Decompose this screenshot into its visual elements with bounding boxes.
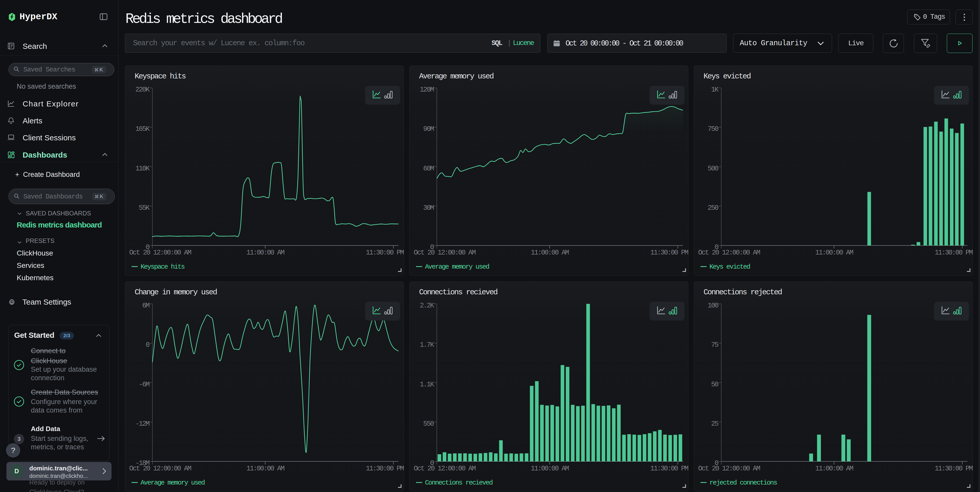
svg-text:100: 100 <box>708 302 718 309</box>
svg-text:Keyspace hits: Keyspace hits <box>140 263 185 271</box>
svg-text:Keyspace hits: Keyspace hits <box>135 72 186 81</box>
svg-text:1.7K: 1.7K <box>420 341 434 349</box>
svg-text:90M: 90M <box>423 125 434 133</box>
svg-text:11:30:00 PM: 11:30:00 PM <box>366 249 404 256</box>
svg-text:500: 500 <box>708 165 718 172</box>
svg-text:750: 750 <box>708 125 718 133</box>
svg-text:11:30:00 PM: 11:30:00 PM <box>650 249 688 256</box>
svg-text:Average memory used: Average memory used <box>425 263 489 271</box>
svg-text:1K: 1K <box>711 86 719 94</box>
svg-text:Oct 20 12:00:00 AM: Oct 20 12:00:00 AM <box>129 249 191 256</box>
svg-text:Oct 20 12:00:00 AM: Oct 20 12:00:00 AM <box>414 465 476 473</box>
svg-text:55K: 55K <box>139 204 150 212</box>
svg-text:0: 0 <box>146 341 150 349</box>
svg-text:11:00:00 AM: 11:00:00 AM <box>815 465 853 473</box>
svg-text:Keys evicted: Keys evicted <box>703 72 751 81</box>
svg-text:Average memory used: Average memory used <box>419 72 493 81</box>
svg-text:Keys evicted: Keys evicted <box>710 263 750 271</box>
svg-text:11:00:00 AM: 11:00:00 AM <box>247 249 285 256</box>
svg-text:Connections rejected: Connections rejected <box>703 288 782 297</box>
svg-text:250: 250 <box>708 204 718 212</box>
svg-text:110K: 110K <box>135 165 150 172</box>
svg-text:11:30:00 PM: 11:30:00 PM <box>935 249 973 256</box>
svg-text:25: 25 <box>711 420 718 428</box>
svg-text:11:00:00 AM: 11:00:00 AM <box>531 465 569 473</box>
svg-text:550: 550 <box>423 420 434 428</box>
svg-text:Connections recieved: Connections recieved <box>419 288 498 297</box>
svg-text:Oct 20 12:00:00 AM: Oct 20 12:00:00 AM <box>698 465 760 473</box>
svg-text:30M: 30M <box>423 204 434 212</box>
svg-text:-6M: -6M <box>139 381 150 389</box>
svg-text:220K: 220K <box>135 86 150 94</box>
svg-text:11:00:00 AM: 11:00:00 AM <box>815 249 853 256</box>
svg-text:rejected connections: rejected connections <box>710 479 777 487</box>
svg-text:6M: 6M <box>142 302 149 309</box>
svg-text:165K: 165K <box>135 125 150 133</box>
svg-text:11:00:00 AM: 11:00:00 AM <box>531 249 569 256</box>
svg-text:Oct 20 12:00:00 AM: Oct 20 12:00:00 AM <box>698 249 760 256</box>
svg-text:Oct 20 12:00:00 AM: Oct 20 12:00:00 AM <box>414 249 476 256</box>
svg-text:Change in memory used: Change in memory used <box>135 288 217 297</box>
svg-text:60M: 60M <box>423 165 434 172</box>
svg-text:11:30:00 PM: 11:30:00 PM <box>366 465 404 473</box>
svg-text:75: 75 <box>711 341 718 349</box>
svg-text:120M: 120M <box>420 86 434 94</box>
svg-text:1.1K: 1.1K <box>420 381 434 389</box>
svg-text:Connections recieved: Connections recieved <box>425 479 493 487</box>
svg-text:11:30:00 PM: 11:30:00 PM <box>650 465 688 473</box>
svg-text:11:30:00 PM: 11:30:00 PM <box>935 465 973 473</box>
svg-text:50: 50 <box>711 381 718 389</box>
svg-text:Oct 20 12:00:00 AM: Oct 20 12:00:00 AM <box>129 465 191 473</box>
svg-text:11:00:00 AM: 11:00:00 AM <box>247 465 285 473</box>
svg-text:-12M: -12M <box>135 420 150 428</box>
svg-text:Average memory used: Average memory used <box>140 479 205 487</box>
svg-text:2.2K: 2.2K <box>420 302 434 309</box>
